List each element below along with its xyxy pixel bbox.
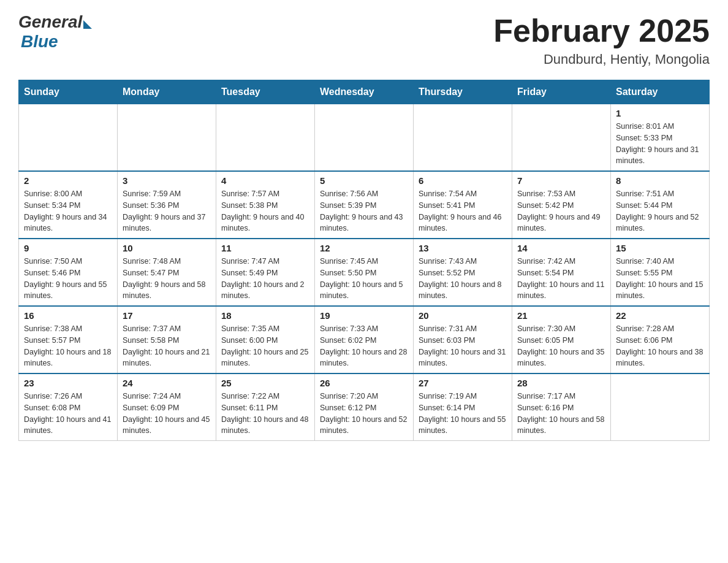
day-info: Sunrise: 7:51 AM Sunset: 5:44 PM Dayligh…: [616, 188, 704, 234]
month-title: February 2025: [493, 12, 710, 49]
calendar-day-cell: 18Sunrise: 7:35 AM Sunset: 6:00 PM Dayli…: [216, 306, 315, 373]
day-info: Sunrise: 7:48 AM Sunset: 5:47 PM Dayligh…: [123, 256, 211, 302]
day-info: Sunrise: 7:26 AM Sunset: 6:08 PM Dayligh…: [24, 391, 112, 437]
day-number: 3: [123, 175, 211, 186]
day-number: 8: [616, 175, 704, 186]
calendar-day-cell: 22Sunrise: 7:28 AM Sunset: 6:06 PM Dayli…: [611, 306, 710, 373]
calendar-day-cell: 24Sunrise: 7:24 AM Sunset: 6:09 PM Dayli…: [118, 373, 216, 441]
calendar-day-cell: [512, 104, 611, 172]
day-info: Sunrise: 7:59 AM Sunset: 5:36 PM Dayligh…: [123, 188, 211, 234]
day-number: 21: [517, 310, 605, 321]
calendar-day-cell: 9Sunrise: 7:50 AM Sunset: 5:46 PM Daylig…: [19, 239, 118, 306]
day-of-week-header: Saturday: [611, 80, 710, 104]
calendar-day-cell: [19, 104, 118, 172]
day-info: Sunrise: 7:30 AM Sunset: 6:05 PM Dayligh…: [517, 323, 605, 369]
logo-general-text: General: [18, 12, 82, 32]
day-info: Sunrise: 7:19 AM Sunset: 6:14 PM Dayligh…: [419, 391, 507, 437]
day-of-week-header: Sunday: [19, 80, 118, 104]
calendar-day-cell: 2Sunrise: 8:00 AM Sunset: 5:34 PM Daylig…: [19, 171, 118, 239]
day-info: Sunrise: 7:37 AM Sunset: 5:58 PM Dayligh…: [123, 323, 211, 369]
day-number: 17: [123, 310, 211, 321]
calendar-day-cell: [414, 104, 512, 172]
day-number: 7: [517, 175, 605, 186]
page-header: General Blue February 2025 Dundburd, Hen…: [18, 12, 710, 67]
day-info: Sunrise: 7:42 AM Sunset: 5:54 PM Dayligh…: [517, 256, 605, 302]
logo: General Blue: [18, 12, 92, 52]
day-number: 12: [320, 243, 408, 253]
calendar-day-cell: 8Sunrise: 7:51 AM Sunset: 5:44 PM Daylig…: [611, 171, 710, 239]
day-info: Sunrise: 7:22 AM Sunset: 6:11 PM Dayligh…: [221, 391, 309, 437]
calendar-day-cell: 5Sunrise: 7:56 AM Sunset: 5:39 PM Daylig…: [315, 171, 414, 239]
day-number: 25: [221, 378, 309, 388]
calendar-day-cell: 23Sunrise: 7:26 AM Sunset: 6:08 PM Dayli…: [19, 373, 118, 441]
day-info: Sunrise: 8:00 AM Sunset: 5:34 PM Dayligh…: [24, 188, 112, 234]
day-number: 1: [616, 108, 704, 118]
day-number: 24: [123, 378, 211, 388]
calendar-day-cell: 21Sunrise: 7:30 AM Sunset: 6:05 PM Dayli…: [512, 306, 611, 373]
calendar-day-cell: 26Sunrise: 7:20 AM Sunset: 6:12 PM Dayli…: [315, 373, 414, 441]
day-of-week-header: Wednesday: [315, 80, 414, 104]
calendar-week-row: 1Sunrise: 8:01 AM Sunset: 5:33 PM Daylig…: [19, 104, 710, 172]
day-number: 15: [616, 243, 704, 253]
calendar-day-cell: 19Sunrise: 7:33 AM Sunset: 6:02 PM Dayli…: [315, 306, 414, 373]
calendar-day-cell: 13Sunrise: 7:43 AM Sunset: 5:52 PM Dayli…: [414, 239, 512, 306]
day-number: 9: [24, 243, 112, 253]
day-number: 10: [123, 243, 211, 253]
calendar-day-cell: 14Sunrise: 7:42 AM Sunset: 5:54 PM Dayli…: [512, 239, 611, 306]
calendar-day-cell: 15Sunrise: 7:40 AM Sunset: 5:55 PM Dayli…: [611, 239, 710, 306]
day-of-week-header: Thursday: [414, 80, 512, 104]
calendar-day-cell: [118, 104, 216, 172]
day-info: Sunrise: 7:45 AM Sunset: 5:50 PM Dayligh…: [320, 256, 408, 302]
day-number: 19: [320, 310, 408, 321]
calendar-day-cell: 27Sunrise: 7:19 AM Sunset: 6:14 PM Dayli…: [414, 373, 512, 441]
calendar-day-cell: 7Sunrise: 7:53 AM Sunset: 5:42 PM Daylig…: [512, 171, 611, 239]
day-number: 13: [419, 243, 507, 253]
day-info: Sunrise: 7:35 AM Sunset: 6:00 PM Dayligh…: [221, 323, 309, 369]
day-number: 22: [616, 310, 704, 321]
calendar-week-row: 9Sunrise: 7:50 AM Sunset: 5:46 PM Daylig…: [19, 239, 710, 306]
day-info: Sunrise: 7:28 AM Sunset: 6:06 PM Dayligh…: [616, 323, 704, 369]
day-info: Sunrise: 8:01 AM Sunset: 5:33 PM Dayligh…: [616, 121, 704, 167]
calendar-table: SundayMondayTuesdayWednesdayThursdayFrid…: [18, 80, 710, 441]
calendar-day-cell: 6Sunrise: 7:54 AM Sunset: 5:41 PM Daylig…: [414, 171, 512, 239]
day-number: 2: [24, 175, 112, 186]
day-info: Sunrise: 7:43 AM Sunset: 5:52 PM Dayligh…: [419, 256, 507, 302]
day-info: Sunrise: 7:47 AM Sunset: 5:49 PM Dayligh…: [221, 256, 309, 302]
title-section: February 2025 Dundburd, Hentiy, Mongolia: [493, 12, 710, 67]
day-number: 5: [320, 175, 408, 186]
day-number: 18: [221, 310, 309, 321]
day-number: 4: [221, 175, 309, 186]
calendar-week-row: 2Sunrise: 8:00 AM Sunset: 5:34 PM Daylig…: [19, 171, 710, 239]
day-info: Sunrise: 7:57 AM Sunset: 5:38 PM Dayligh…: [221, 188, 309, 234]
day-number: 14: [517, 243, 605, 253]
calendar-day-cell: 11Sunrise: 7:47 AM Sunset: 5:49 PM Dayli…: [216, 239, 315, 306]
calendar-day-cell: 4Sunrise: 7:57 AM Sunset: 5:38 PM Daylig…: [216, 171, 315, 239]
day-of-week-header: Tuesday: [216, 80, 315, 104]
calendar-week-row: 16Sunrise: 7:38 AM Sunset: 5:57 PM Dayli…: [19, 306, 710, 373]
day-number: 27: [419, 378, 507, 388]
calendar-day-cell: 12Sunrise: 7:45 AM Sunset: 5:50 PM Dayli…: [315, 239, 414, 306]
day-info: Sunrise: 7:20 AM Sunset: 6:12 PM Dayligh…: [320, 391, 408, 437]
day-of-week-header: Friday: [512, 80, 611, 104]
calendar-day-cell: 10Sunrise: 7:48 AM Sunset: 5:47 PM Dayli…: [118, 239, 216, 306]
calendar-day-cell: [315, 104, 414, 172]
calendar-day-cell: 17Sunrise: 7:37 AM Sunset: 5:58 PM Dayli…: [118, 306, 216, 373]
day-number: 6: [419, 175, 507, 186]
day-number: 28: [517, 378, 605, 388]
logo-blue-text: Blue: [21, 32, 58, 52]
day-number: 16: [24, 310, 112, 321]
calendar-week-row: 23Sunrise: 7:26 AM Sunset: 6:08 PM Dayli…: [19, 373, 710, 441]
day-number: 11: [221, 243, 309, 253]
day-info: Sunrise: 7:24 AM Sunset: 6:09 PM Dayligh…: [123, 391, 211, 437]
logo-arrow-icon: [83, 20, 92, 29]
day-of-week-header: Monday: [118, 80, 216, 104]
day-info: Sunrise: 7:38 AM Sunset: 5:57 PM Dayligh…: [24, 323, 112, 369]
calendar-day-cell: 3Sunrise: 7:59 AM Sunset: 5:36 PM Daylig…: [118, 171, 216, 239]
day-info: Sunrise: 7:33 AM Sunset: 6:02 PM Dayligh…: [320, 323, 408, 369]
calendar-header-row: SundayMondayTuesdayWednesdayThursdayFrid…: [19, 80, 710, 104]
calendar-day-cell: 28Sunrise: 7:17 AM Sunset: 6:16 PM Dayli…: [512, 373, 611, 441]
calendar-day-cell: 1Sunrise: 8:01 AM Sunset: 5:33 PM Daylig…: [611, 104, 710, 172]
day-info: Sunrise: 7:54 AM Sunset: 5:41 PM Dayligh…: [419, 188, 507, 234]
day-info: Sunrise: 7:40 AM Sunset: 5:55 PM Dayligh…: [616, 256, 704, 302]
calendar-day-cell: [611, 373, 710, 441]
